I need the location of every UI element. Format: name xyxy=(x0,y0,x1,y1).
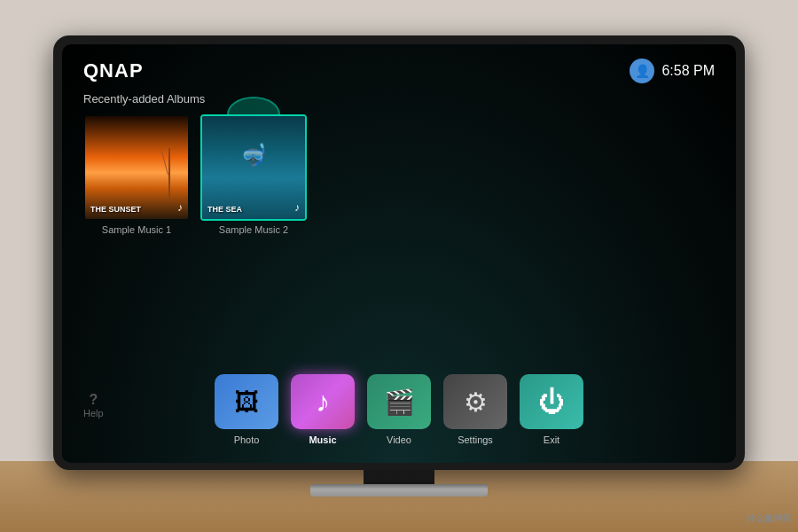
nav-item-exit[interactable]: ⏻ Exit xyxy=(520,374,583,445)
tv-display: QNAP 👤 6:58 PM Recently-added Albums xyxy=(53,35,745,470)
help-area[interactable]: ? Help xyxy=(83,392,104,419)
album-item-sunset[interactable]: THE SUNSET ♪ Sample Music 1 xyxy=(83,114,190,235)
album-note-sunset: ♪ xyxy=(177,201,183,214)
power-icon: ⏻ xyxy=(538,387,565,417)
album-label-sea: THE SEA xyxy=(207,205,242,214)
watermark: 什么值得买 xyxy=(747,512,791,525)
album-label-sunset: THE SUNSET xyxy=(90,205,141,214)
albums-row: THE SUNSET ♪ Sample Music 1 🤿 THE SE xyxy=(83,114,715,235)
nav-item-video[interactable]: 🎬 Video xyxy=(367,374,431,445)
music-label: Music xyxy=(309,434,336,445)
album-note-sea: ♪ xyxy=(294,201,300,214)
qnap-logo: QNAP xyxy=(83,59,144,82)
exit-label: Exit xyxy=(544,434,559,445)
video-label: Video xyxy=(387,434,411,445)
album-subtitle-sea: Sample Music 2 xyxy=(219,224,288,235)
music-icon-box[interactable]: ♪ xyxy=(291,374,355,429)
photo-icon-box[interactable]: 🖼 xyxy=(215,374,278,429)
diver-figure: 🤿 xyxy=(240,143,267,168)
photo-icon: 🖼 xyxy=(234,387,259,417)
album-cover-sunset[interactable]: THE SUNSET ♪ xyxy=(83,114,190,221)
photo-label: Photo xyxy=(234,434,260,445)
exit-icon-box[interactable]: ⏻ xyxy=(520,374,583,429)
help-label: Help xyxy=(83,408,104,419)
nav-item-music[interactable]: ♪ Music xyxy=(291,374,355,445)
tv-stand-base xyxy=(310,484,488,497)
header: QNAP 👤 6:58 PM xyxy=(83,59,715,83)
clock-display: 6:58 PM xyxy=(661,63,715,79)
nav-item-settings[interactable]: ⚙ Settings xyxy=(443,374,507,445)
album-item-sea[interactable]: 🤿 THE SEA ♪ Sample Music 2 xyxy=(200,114,307,235)
album-subtitle-sunset: Sample Music 1 xyxy=(102,224,171,235)
tv-stand-neck xyxy=(364,470,434,484)
settings-label: Settings xyxy=(458,434,493,445)
gear-icon: ⚙ xyxy=(464,387,488,418)
video-icon: 🎬 xyxy=(384,387,415,417)
music-icon: ♪ xyxy=(316,386,330,419)
help-question-mark: ? xyxy=(83,392,104,408)
tv-screen: QNAP 👤 6:58 PM Recently-added Albums xyxy=(62,44,736,463)
clock-area: 👤 6:58 PM xyxy=(630,59,715,83)
settings-icon-box[interactable]: ⚙ xyxy=(443,374,507,429)
video-icon-box[interactable]: 🎬 xyxy=(367,374,431,429)
album-cover-sea[interactable]: 🤿 THE SEA ♪ xyxy=(200,114,307,221)
nav-item-photo[interactable]: 🖼 Photo xyxy=(215,374,278,445)
section-title: Recently-added Albums xyxy=(83,92,715,106)
user-avatar-icon: 👤 xyxy=(630,59,654,83)
navigation-row: 🖼 Photo ♪ Music 🎬 Video xyxy=(83,374,715,445)
